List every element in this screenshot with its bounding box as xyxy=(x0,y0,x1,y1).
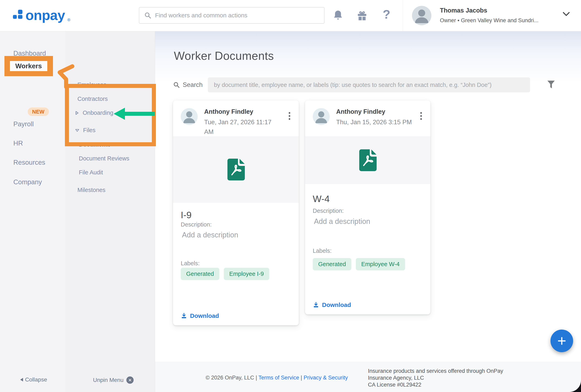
avatar-photo xyxy=(412,6,432,25)
download-icon xyxy=(181,313,187,319)
caret-right-icon xyxy=(75,111,79,115)
filter-icon[interactable] xyxy=(546,79,556,90)
label-chip-employee-w4[interactable]: Employee W-4 xyxy=(356,258,405,270)
top-header: onpay ® ? xyxy=(0,0,581,31)
chevron-down-icon[interactable] xyxy=(562,11,570,18)
global-search[interactable] xyxy=(139,7,324,24)
footer-separator: | xyxy=(256,375,257,381)
search-icon xyxy=(144,12,152,19)
sidebar-item-payroll[interactable]: Payroll xyxy=(13,120,34,128)
submenu-item-contractors[interactable]: Contractors xyxy=(78,96,108,102)
worker-avatar xyxy=(181,108,198,125)
submenu-item-documents[interactable]: Documents xyxy=(79,141,111,148)
documents-search-input[interactable] xyxy=(208,77,530,92)
unpin-label: Unpin Menu xyxy=(93,377,124,383)
document-preview-band xyxy=(173,136,299,203)
worker-avatar xyxy=(313,108,330,125)
terms-of-service-link[interactable]: Terms of Service xyxy=(258,375,299,381)
document-card-i9: Anthony Findley Tue, Jan 27, 2026 11:17 … xyxy=(173,100,299,325)
label-chip-generated[interactable]: Generated xyxy=(181,268,219,280)
add-description-field[interactable]: Add a description xyxy=(314,217,370,226)
pdf-file-icon xyxy=(226,158,245,181)
collapse-menu-button[interactable]: Collapse xyxy=(20,377,47,383)
download-label: Download xyxy=(190,312,219,319)
submenu-item-milestones[interactable]: Milestones xyxy=(78,187,106,193)
privacy-security-link[interactable]: Privacy & Security xyxy=(304,375,348,381)
add-description-field[interactable]: Add a description xyxy=(182,231,238,239)
label-chip-generated[interactable]: Generated xyxy=(313,258,351,270)
document-preview-band xyxy=(305,136,430,184)
page-footer: © 2026 OnPay, LLC | Terms of Service | P… xyxy=(155,362,581,392)
document-title: I-9 xyxy=(181,210,192,220)
registered-mark: ® xyxy=(67,17,70,22)
description-label: Description: xyxy=(181,221,212,228)
workers-submenu: Employees Contractors Onboarding Files D… xyxy=(66,31,155,392)
new-badge: NEW xyxy=(28,107,49,116)
download-button[interactable]: Download xyxy=(313,302,351,308)
card-header: Anthony Findley Tue, Jan 27, 2026 11:17 … xyxy=(173,100,299,136)
labels-label: Labels: xyxy=(181,260,200,267)
worker-info: Anthony Findley Tue, Jan 27, 2026 11:17 … xyxy=(204,108,282,136)
document-card-w4: Anthony Findley Thu, Jan 15, 2026 3:15 P… xyxy=(305,100,430,314)
worker-name: Anthony Findley xyxy=(204,108,282,115)
user-name: Thomas Jacobs xyxy=(440,7,487,14)
document-date: Tue, Jan 27, 2026 11:17 AM xyxy=(204,117,282,137)
global-search-input[interactable] xyxy=(155,12,319,19)
label-chips: Generated Employee W-4 xyxy=(313,258,405,270)
onpay-logo-icon xyxy=(12,7,24,21)
label-chips: Generated Employee I-9 xyxy=(181,268,269,280)
insurance-line-2: CA License #0L29422 xyxy=(368,382,524,388)
sidebar-item-resources[interactable]: Resources xyxy=(13,159,45,166)
footer-separator: | xyxy=(300,375,302,381)
submenu-item-document-reviews[interactable]: Document Reviews xyxy=(79,155,130,162)
kebab-menu-icon[interactable] xyxy=(419,111,423,121)
sidebar-item-workers-label: Workers xyxy=(15,62,42,70)
pdf-file-icon xyxy=(358,149,377,172)
document-title: W-4 xyxy=(313,193,330,204)
kebab-menu-icon[interactable] xyxy=(288,111,292,121)
onpay-logo[interactable]: onpay ® xyxy=(12,7,70,23)
card-header: Anthony Findley Thu, Jan 15, 2026 3:15 P… xyxy=(305,100,430,136)
sidebar-item-company[interactable]: Company xyxy=(13,178,42,186)
user-role-company: Owner • Green Valley Wine and Sundri... xyxy=(440,17,538,24)
search-label: Search xyxy=(173,81,202,88)
primary-sidebar: Dashboard Workers Payroll HR NEW Resourc… xyxy=(0,31,66,392)
notifications-bell-icon[interactable] xyxy=(332,10,344,22)
download-button[interactable]: Download xyxy=(181,312,219,319)
insurance-line-1: Insurance products and services offered … xyxy=(368,368,524,382)
files-label: Files xyxy=(83,127,96,134)
document-date: Thu, Jan 15, 2026 3:15 PM xyxy=(336,117,424,127)
help-icon[interactable]: ? xyxy=(383,8,390,20)
user-avatar[interactable] xyxy=(412,6,432,25)
onboarding-label: Onboarding xyxy=(83,109,114,116)
submenu-item-employees[interactable]: Employees xyxy=(78,81,106,88)
search-label-text: Search xyxy=(183,81,202,88)
collapse-arrow-icon xyxy=(20,378,23,382)
documents-search-row: Search xyxy=(173,77,556,92)
worker-name: Anthony Findley xyxy=(336,108,424,115)
submenu-item-onboarding[interactable]: Onboarding xyxy=(75,109,114,116)
gift-icon[interactable] xyxy=(356,10,368,22)
label-chip-employee-i9[interactable]: Employee I-9 xyxy=(224,268,269,280)
caret-down-icon xyxy=(75,128,80,132)
submenu-item-file-audit[interactable]: File Audit xyxy=(79,169,103,176)
add-document-fab[interactable]: + xyxy=(550,330,573,352)
unpin-menu-button[interactable]: Unpin Menu ✕ xyxy=(93,377,134,384)
download-icon xyxy=(313,302,319,308)
copyright-text: © 2026 OnPay, LLC xyxy=(206,375,254,381)
onpay-app-window: onpay ® ? xyxy=(0,0,581,392)
footer-legal: © 2026 OnPay, LLC | Terms of Service | P… xyxy=(206,375,348,381)
header-divider xyxy=(403,0,403,31)
search-icon xyxy=(173,81,180,88)
worker-info: Anthony Findley Thu, Jan 15, 2026 3:15 P… xyxy=(336,108,424,136)
unpin-close-icon: ✕ xyxy=(126,377,134,384)
workers-highlight-inner: Workers xyxy=(10,61,47,71)
collapse-label: Collapse xyxy=(25,377,47,383)
insurance-disclosure: Insurance products and services offered … xyxy=(368,368,524,388)
submenu-item-files[interactable]: Files xyxy=(75,127,96,134)
labels-label: Labels: xyxy=(313,248,332,254)
logo-wordmark: onpay xyxy=(26,7,65,23)
page-title: Worker Documents xyxy=(174,49,274,62)
sidebar-item-workers-annotation-box[interactable]: Workers xyxy=(4,56,53,76)
sidebar-item-hr[interactable]: HR xyxy=(13,139,23,147)
